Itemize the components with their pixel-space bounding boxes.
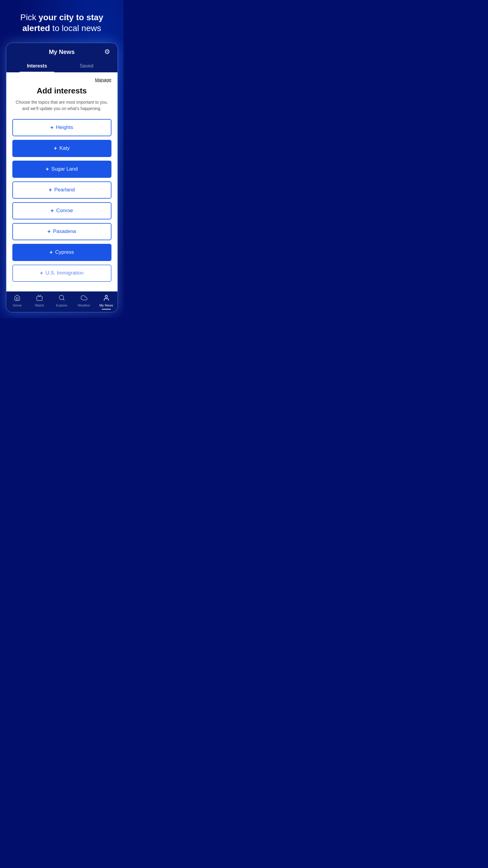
- page-header: Pick your city to stayalerted to local n…: [0, 0, 124, 43]
- nav-home-label: Home: [13, 304, 22, 307]
- tab-saved[interactable]: Saved: [62, 60, 111, 72]
- gear-icon: ⚙: [104, 48, 110, 56]
- nav-weather[interactable]: Weather: [75, 294, 93, 310]
- plus-icon: +: [47, 228, 51, 235]
- interest-pasadena[interactable]: + Pasadena: [12, 223, 111, 240]
- interest-cypress[interactable]: + Cypress: [12, 244, 111, 261]
- weather-icon: [81, 294, 87, 302]
- add-interests-title: Add interests: [12, 86, 111, 96]
- plus-icon: +: [54, 145, 57, 152]
- svg-line-2: [63, 299, 64, 300]
- add-interests-description: Choose the topics that are most importan…: [12, 99, 111, 112]
- nav-mynews[interactable]: My News: [97, 294, 116, 310]
- manage-row: Manage: [12, 77, 111, 83]
- nav-weather-label: Weather: [78, 304, 90, 307]
- nav-watch[interactable]: Watch: [30, 294, 48, 310]
- plus-icon: +: [51, 208, 54, 214]
- plus-icon: +: [50, 124, 54, 131]
- plus-icon: +: [49, 187, 52, 193]
- watch-icon: [36, 294, 43, 302]
- tabs-container: Interests Saved: [12, 60, 111, 72]
- manage-button[interactable]: Manage: [95, 77, 111, 82]
- home-icon: [14, 294, 21, 302]
- interest-conroe[interactable]: + Conroe: [12, 202, 111, 219]
- mynews-icon: [103, 294, 110, 302]
- card-header: My News ⚙ Interests Saved: [6, 43, 118, 72]
- svg-point-3: [105, 296, 107, 298]
- plus-icon: +: [46, 166, 49, 173]
- phone-card: My News ⚙ Interests Saved Manage Add int…: [6, 43, 118, 312]
- interest-us-immigration[interactable]: + U.S. Immigration: [12, 265, 111, 282]
- tab-interests[interactable]: Interests: [12, 60, 62, 72]
- interest-heights[interactable]: + Heights: [12, 119, 111, 136]
- nav-explore[interactable]: Explore: [53, 294, 71, 310]
- plus-icon: +: [50, 249, 53, 255]
- nav-watch-label: Watch: [35, 304, 44, 307]
- plus-icon: +: [40, 270, 43, 276]
- interest-sugarland[interactable]: + Sugar Land: [12, 161, 111, 178]
- explore-icon: [59, 294, 65, 302]
- nav-mynews-label: My News: [99, 304, 113, 307]
- bottom-navigation: Home Watch Explore Weather My News: [6, 291, 118, 312]
- interest-katy[interactable]: + Katy: [12, 140, 111, 157]
- nav-explore-label: Explore: [56, 304, 67, 307]
- header-bold-1: your city to stayalerted: [22, 13, 103, 33]
- card-title-row: My News ⚙: [12, 49, 111, 56]
- interest-pearland[interactable]: + Pearland: [12, 181, 111, 198]
- settings-button[interactable]: ⚙: [103, 47, 111, 57]
- nav-home[interactable]: Home: [8, 294, 26, 310]
- svg-rect-0: [37, 296, 42, 301]
- card-title: My News: [49, 49, 75, 56]
- card-body: Manage Add interests Choose the topics t…: [6, 72, 118, 291]
